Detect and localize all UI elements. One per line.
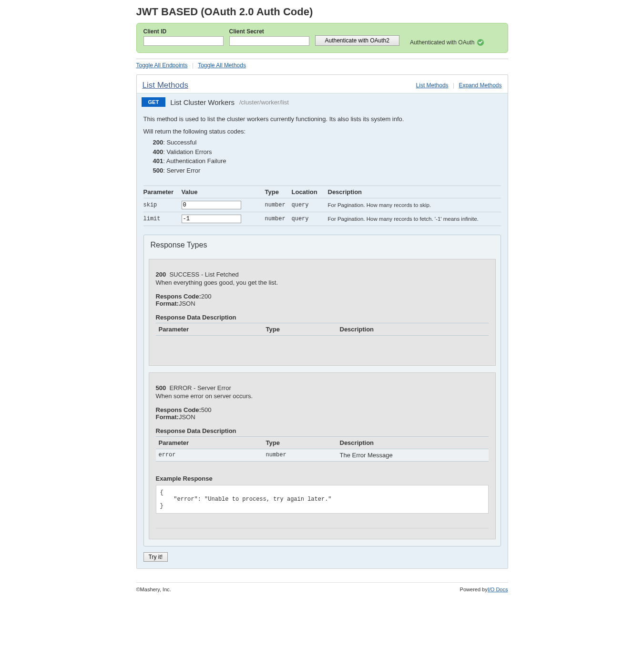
resp-param-type: number [266, 452, 340, 459]
col-parameter: Parameter [159, 439, 266, 446]
endpoint-panel: List Methods List Methods | Expand Metho… [136, 74, 508, 569]
response-types-panel: Response Types 200 SUCCESS - List Fetche… [143, 235, 501, 546]
resp-param-desc: The Error Message [340, 452, 486, 459]
try-it-button[interactable]: Try it! [143, 552, 168, 562]
method-description: This method is used to list the cluster … [143, 114, 501, 124]
col-type: Type [266, 439, 340, 446]
response-block-500: 500 ERROR - Server Error When some error… [149, 372, 496, 539]
client-secret-label: Client Secret [229, 28, 309, 35]
status-code-row: 400: Validation Errors [153, 147, 501, 157]
response-data-desc-title: Response Data Description [156, 427, 489, 434]
example-response-title: Example Response [156, 475, 489, 482]
page-title: JWT BASED (OAuth 2.0 Auth Code) [136, 6, 508, 18]
list-methods-link[interactable]: List Methods [416, 82, 449, 89]
example-response-body: { "error": "Unable to process, try again… [156, 485, 489, 514]
param-name: limit [143, 216, 182, 222]
param-description: For Pagination. How many records to fetc… [328, 216, 501, 222]
param-value-input-skip[interactable] [182, 201, 241, 209]
auth-status-text: Authenticated with OAuth [410, 39, 474, 46]
authenticate-button[interactable]: Authenticate with OAuth2 [315, 35, 399, 46]
endpoint-title-link[interactable]: List Methods [143, 81, 188, 90]
client-secret-input[interactable] [229, 36, 309, 46]
credentials-box: Client ID Client Secret Authenticate wit… [136, 23, 508, 53]
footer-powered-prefix: Powered by [460, 587, 488, 592]
client-id-input[interactable] [143, 36, 224, 46]
col-type: Type [265, 188, 292, 196]
col-type: Type [266, 326, 340, 333]
response-types-title: Response Types [144, 235, 501, 255]
toggle-all-endpoints-link[interactable]: Toggle All Endpoints [136, 62, 188, 69]
method-path: /cluster/worker/list [239, 99, 289, 106]
divider [156, 528, 489, 528]
toggle-all-methods-link[interactable]: Toggle All Methods [198, 62, 246, 69]
col-description: Description [328, 188, 501, 196]
param-location: query [292, 202, 328, 208]
expand-methods-link[interactable]: Expand Methods [459, 82, 501, 89]
response-block-200: 200 SUCCESS - List Fetched When everythi… [149, 259, 496, 366]
param-name: skip [143, 202, 182, 208]
response-subtitle: When everything goes good, you get the l… [156, 279, 489, 286]
status-code-row: 500: Server Error [153, 166, 501, 175]
status-code-row: 401: Authentication Failure [153, 156, 501, 166]
col-description: Description [340, 326, 486, 333]
status-codes-intro: Will return the following status codes: [143, 127, 501, 136]
footer-powered-link[interactable]: I/O Docs [488, 587, 508, 592]
checkmark-icon [477, 39, 484, 46]
method-name: List Cluster Workers [170, 98, 235, 106]
http-verb-badge: GET [142, 97, 166, 107]
param-type: number [265, 202, 292, 208]
col-value: Value [182, 188, 265, 196]
footer-copyright: ©Mashery, Inc. [136, 587, 171, 592]
param-value-input-limit[interactable] [182, 215, 241, 223]
param-type: number [265, 216, 292, 222]
parameter-table: Parameter Value Type Location Descriptio… [143, 185, 501, 226]
param-description: For Pagination. How many records to skip… [328, 202, 501, 208]
method-box: GET List Cluster Workers /cluster/worker… [137, 93, 508, 568]
resp-param-name: error [159, 452, 266, 459]
param-location: query [292, 216, 328, 222]
response-subtitle: When some error on server occurs. [156, 392, 489, 400]
response-data-desc-title: Response Data Description [156, 314, 489, 321]
col-location: Location [292, 188, 328, 196]
divider [136, 59, 508, 59]
col-parameter: Parameter [159, 326, 266, 333]
status-code-row: 200: Successful [153, 138, 501, 147]
separator: | [453, 82, 454, 89]
separator: | [192, 62, 194, 69]
col-description: Description [340, 439, 486, 446]
client-id-label: Client ID [143, 28, 224, 35]
col-parameter: Parameter [143, 188, 182, 196]
